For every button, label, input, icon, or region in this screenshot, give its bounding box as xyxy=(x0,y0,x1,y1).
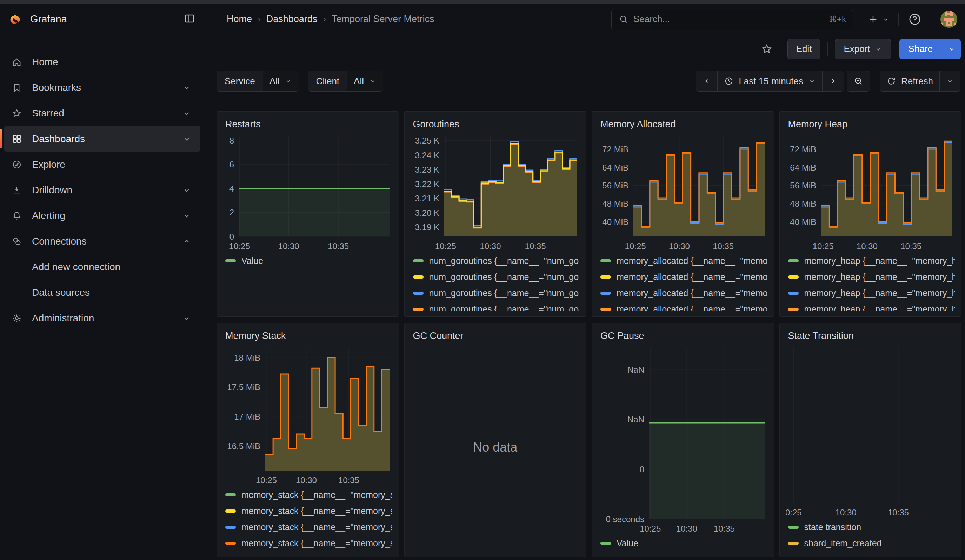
sidebar-item-label: Dashboards xyxy=(32,133,85,145)
legend-item[interactable]: memory_allocated {__name__="memo xyxy=(600,285,767,301)
legend-item[interactable]: num_goroutines {__name__="num_go xyxy=(413,269,580,285)
star-icon xyxy=(11,108,22,119)
svg-text:10:35: 10:35 xyxy=(714,524,735,533)
chevron-down-icon[interactable] xyxy=(182,109,191,118)
svg-text:10:30: 10:30 xyxy=(856,242,877,251)
refresh-interval-button[interactable] xyxy=(939,71,960,91)
legend-item[interactable]: shard_item_created xyxy=(788,535,955,551)
dock-sidebar-icon[interactable] xyxy=(183,13,195,26)
share-dropdown-button[interactable] xyxy=(942,39,961,59)
legend-item[interactable]: memory_allocated {__name__="memo xyxy=(600,301,767,311)
legend-item[interactable]: memory_heap {__name__="memory_h xyxy=(788,269,955,285)
svg-text:0: 0 xyxy=(229,232,234,242)
legend-swatch xyxy=(413,292,424,295)
bookmark-icon xyxy=(11,82,22,93)
search-input[interactable]: ⌘+k xyxy=(611,9,854,29)
panel-title[interactable]: Restarts xyxy=(223,116,392,132)
sidebar-item-home[interactable]: Home xyxy=(4,49,200,75)
legend-swatch xyxy=(600,259,611,263)
legend-item[interactable]: memory_heap {__name__="memory_h xyxy=(788,285,955,301)
time-range-label: Last 15 minutes xyxy=(739,76,803,87)
breadcrumb-home[interactable]: Home xyxy=(227,14,252,24)
chevron-down-icon[interactable] xyxy=(182,211,191,220)
legend-item[interactable]: num_goroutines {__name__="num_go xyxy=(413,253,580,269)
edit-button[interactable]: Edit xyxy=(787,39,821,59)
add-new-button[interactable] xyxy=(867,14,889,25)
legend: Value xyxy=(223,253,392,311)
sidebar-item-connections[interactable]: Connections xyxy=(4,229,200,254)
legend-swatch xyxy=(225,526,236,529)
legend-item[interactable]: Value xyxy=(225,253,392,269)
variable-client-value[interactable]: All xyxy=(347,71,383,91)
chevron-down-icon[interactable] xyxy=(182,314,191,323)
help-icon[interactable] xyxy=(908,12,922,26)
legend-item[interactable]: num_goroutines {__name__="num_go xyxy=(413,301,580,311)
search-field[interactable] xyxy=(633,14,824,24)
legend-label: memory_heap {__name__="memory_h xyxy=(804,256,955,266)
divider xyxy=(828,42,828,57)
svg-text:3.25 K: 3.25 K xyxy=(415,136,439,145)
panel-memory-allocated: Memory Allocated 40 MiB48 MiB56 MiB64 Mi… xyxy=(592,111,774,317)
panel-title[interactable]: GC Pause xyxy=(598,328,767,343)
refresh-button[interactable]: Refresh xyxy=(880,71,939,91)
svg-text:10:25: 10:25 xyxy=(625,242,646,251)
sidebar-item-drilldown[interactable]: Drilldown xyxy=(4,177,200,203)
panel-gc-pause: GC Pause 0 seconds0NaNNaN10:2510:3010:35… xyxy=(592,323,774,557)
legend-item[interactable]: memory_allocated {__name__="memo xyxy=(600,269,767,285)
svg-text:NaN: NaN xyxy=(627,365,644,374)
chevron-up-icon[interactable] xyxy=(182,237,191,246)
svg-text:4: 4 xyxy=(229,184,234,193)
panel-title[interactable]: GC Counter xyxy=(411,328,580,343)
share-button[interactable]: Share xyxy=(900,39,942,59)
legend-item[interactable]: memory_stack {__name__="memory_s xyxy=(225,519,392,535)
sidebar-item-starred[interactable]: Starred xyxy=(4,100,200,126)
sidebar-item-data-sources[interactable]: Data sources xyxy=(4,280,200,305)
panel-title[interactable]: Memory Allocated xyxy=(598,116,767,132)
export-button[interactable]: Export xyxy=(835,39,891,59)
sidebar-item-add-new-connection[interactable]: Add new connection xyxy=(4,254,200,280)
chevron-down-icon[interactable] xyxy=(182,134,191,144)
time-range-picker[interactable]: Last 15 minutes xyxy=(717,71,822,91)
sidebar-item-alerting[interactable]: Alerting xyxy=(4,203,200,229)
legend-item[interactable]: num_goroutines {__name__="num_go xyxy=(413,285,580,301)
chart-memory-heap: 40 MiB48 MiB56 MiB64 MiB72 MiB10:2510:30… xyxy=(786,132,955,253)
variable-service-value[interactable]: All xyxy=(263,71,299,91)
chart-state-transition: 0:2510:3010:35 xyxy=(786,343,955,519)
legend-swatch xyxy=(225,259,236,263)
chevron-down-icon xyxy=(285,77,292,85)
legend-item[interactable]: state transition xyxy=(788,519,955,535)
panel-title[interactable]: State Transition xyxy=(786,328,955,343)
svg-text:10:25: 10:25 xyxy=(812,242,833,251)
breadcrumb-dashboards[interactable]: Dashboards xyxy=(267,14,317,24)
legend-item[interactable]: memory_heap {__name__="memory_h xyxy=(788,301,955,311)
sidebar-item-dashboards[interactable]: Dashboards xyxy=(4,126,200,152)
sidebar-item-bookmarks[interactable]: Bookmarks xyxy=(4,75,200,100)
svg-text:10:25: 10:25 xyxy=(229,242,250,251)
sidebar-item-explore[interactable]: Explore xyxy=(4,152,200,177)
svg-text:48 MiB: 48 MiB xyxy=(790,199,816,208)
legend-item[interactable]: memory_heap {__name__="memory_h xyxy=(788,253,955,269)
legend-item[interactable]: Value xyxy=(600,535,767,551)
favorite-star-button[interactable] xyxy=(761,43,773,56)
panel-title[interactable]: Goroutines xyxy=(411,116,580,132)
panel-title[interactable]: Memory Stack xyxy=(223,328,392,343)
legend-item[interactable]: memory_allocated {__name__="memo xyxy=(600,253,767,269)
chevron-down-icon xyxy=(948,45,955,53)
zoom-out-button[interactable] xyxy=(847,71,870,91)
chevron-down-icon[interactable] xyxy=(182,186,191,195)
legend-item[interactable]: memory_stack {__name__="memory_s xyxy=(225,487,392,503)
dashboard-toolbar: Edit Export Share xyxy=(205,35,965,63)
apps-icon xyxy=(11,134,22,144)
variable-service-selected: All xyxy=(270,76,280,87)
chevron-down-icon[interactable] xyxy=(182,83,191,92)
sidebar-item-administration[interactable]: Administration xyxy=(4,305,200,331)
svg-text:3.23 K: 3.23 K xyxy=(415,165,439,175)
user-avatar[interactable] xyxy=(940,11,957,28)
time-back-button[interactable] xyxy=(696,71,717,91)
legend-item[interactable]: memory_stack {__name__="memory_s xyxy=(225,535,392,551)
bell-icon xyxy=(11,211,22,221)
panel-title[interactable]: Memory Heap xyxy=(786,116,955,132)
legend-item[interactable]: memory_stack {__name__="memory_s xyxy=(225,503,392,519)
time-forward-button[interactable] xyxy=(822,71,844,91)
legend-swatch xyxy=(600,542,611,545)
